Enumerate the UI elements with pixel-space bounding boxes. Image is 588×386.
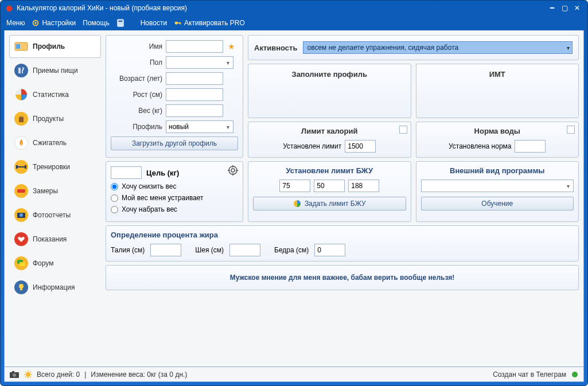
- sidebar-item-info[interactable]: Информация: [9, 276, 101, 299]
- svg-point-23: [231, 169, 235, 172]
- bju-b-input[interactable]: [279, 180, 310, 192]
- menu-activate[interactable]: Активировать PRO: [174, 19, 245, 27]
- svg-point-29: [572, 372, 578, 377]
- sidebar-item-profile[interactable]: Профиль: [9, 35, 101, 58]
- svg-point-2: [35, 22, 37, 24]
- bulb-icon: [14, 280, 28, 294]
- menu-help[interactable]: Помощь: [83, 19, 109, 27]
- training-button[interactable]: Обучение: [421, 197, 574, 210]
- goal-keep-radio[interactable]: Мой вес меня устраивает: [111, 194, 238, 202]
- svg-rect-11: [19, 117, 24, 122]
- name-input[interactable]: [166, 40, 223, 53]
- height-label: Рост (см): [111, 91, 162, 99]
- window-title: Калькулятор калорий ХиКи - новый (пробна…: [17, 4, 187, 12]
- waist-input[interactable]: [150, 244, 181, 256]
- profile-select[interactable]: новый: [166, 120, 233, 133]
- goal-title: Цель (кг): [146, 169, 179, 177]
- age-input[interactable]: [166, 72, 223, 85]
- sun-icon: [24, 371, 32, 379]
- cal-limit-checkbox[interactable]: [399, 126, 407, 134]
- height-input[interactable]: [166, 88, 223, 101]
- products-icon: [14, 112, 28, 126]
- load-profile-button[interactable]: Загрузить другой профиль: [111, 137, 238, 150]
- sidebar-item-measures[interactable]: Замеры: [9, 180, 101, 202]
- svg-rect-21: [20, 288, 22, 290]
- sidebar-item-stats[interactable]: Статистика: [9, 83, 101, 106]
- cal-limit-input[interactable]: [345, 140, 376, 153]
- svg-point-17: [20, 213, 23, 217]
- water-input[interactable]: [515, 140, 546, 153]
- weight-label: Вес (кг): [111, 107, 162, 115]
- profile-label: Профиль: [111, 123, 162, 131]
- gender-label: Пол: [111, 59, 162, 67]
- activity-select[interactable]: овсем не делаете упражнения, сидячая раб…: [303, 41, 573, 54]
- sidebar-item-forum[interactable]: Форум: [9, 252, 101, 275]
- sidebar-item-photos[interactable]: Фотоотчеты: [9, 204, 101, 227]
- hips-label: Бедра (см): [274, 246, 309, 254]
- svg-rect-27: [12, 371, 14, 373]
- gender-select[interactable]: [166, 56, 233, 69]
- svg-rect-12: [16, 165, 18, 169]
- status-days: Всего дней: 0: [37, 371, 80, 379]
- bju-u-input[interactable]: [348, 180, 379, 192]
- svg-rect-7: [180, 22, 181, 25]
- goal-gain-radio[interactable]: Хочу набрать вес: [111, 205, 238, 213]
- svg-rect-15: [17, 189, 25, 193]
- profile-icon: [14, 40, 28, 53]
- sidebar-item-burner[interactable]: Сжигатель: [9, 131, 101, 154]
- dumbbell-icon: [14, 160, 28, 174]
- app-icon: [5, 4, 13, 12]
- pie-icon: [293, 200, 301, 208]
- star-icon[interactable]: ★: [227, 42, 236, 51]
- bju-j-input[interactable]: [314, 180, 345, 192]
- svg-rect-4: [118, 21, 122, 22]
- menu-settings[interactable]: Настройки: [32, 19, 76, 27]
- sidebar-item-meals[interactable]: Приемы пищи: [9, 59, 101, 82]
- bmi-title: ИМТ: [489, 70, 505, 79]
- online-dot-icon: [571, 371, 579, 379]
- menu-news[interactable]: Новости: [141, 19, 167, 27]
- status-sep: |: [84, 371, 86, 379]
- activity-label: Активность: [254, 44, 297, 52]
- svg-point-20: [19, 284, 24, 288]
- svg-point-0: [6, 6, 13, 12]
- minimize-button[interactable]: ━: [546, 3, 558, 13]
- hips-input[interactable]: [314, 244, 345, 256]
- svg-rect-14: [18, 166, 25, 167]
- water-checkbox[interactable]: [567, 126, 575, 134]
- gear-icon: [32, 19, 40, 27]
- camera-status-icon[interactable]: [9, 371, 20, 379]
- neck-input[interactable]: [229, 244, 260, 256]
- quote: Мужское мнение для меня важнее, бабам ве…: [106, 265, 579, 290]
- appearance-title: Внешний вид программы: [421, 166, 574, 175]
- waist-label: Талия (см): [111, 246, 145, 254]
- age-label: Возраст (лет): [111, 75, 162, 83]
- appearance-select[interactable]: [421, 180, 574, 192]
- cal-limit-title: Лимит калорий: [253, 127, 406, 135]
- sidebar-item-readings[interactable]: Показания: [9, 228, 101, 251]
- goal-lose-radio[interactable]: Хочу снизить вес: [111, 182, 238, 190]
- status-weight: Изменение веса: 0кг (за 0 дн.): [91, 371, 187, 379]
- chat-icon: [14, 256, 28, 270]
- status-telegram[interactable]: Создан чат в Телеграм: [493, 371, 566, 379]
- fill-profile-title: Заполните профиль: [291, 70, 367, 79]
- svg-point-26: [13, 373, 16, 377]
- neck-label: Шея (см): [195, 246, 224, 254]
- sidebar: Профиль Приемы пищи Статистика Продукты …: [9, 35, 101, 362]
- bju-title: Установлен лимит БЖУ: [253, 166, 406, 175]
- target-icon: [228, 165, 238, 176]
- flame-icon: [14, 136, 28, 150]
- sidebar-item-products[interactable]: Продукты: [9, 107, 101, 130]
- bju-set-button[interactable]: Задать лимит БЖУ: [253, 197, 406, 210]
- meals-icon: [14, 64, 28, 77]
- maximize-button[interactable]: ▢: [559, 3, 570, 13]
- weight-input[interactable]: [166, 104, 223, 117]
- water-title: Норма воды: [421, 127, 574, 135]
- goal-input[interactable]: [111, 166, 142, 179]
- menu-calc[interactable]: [116, 19, 124, 27]
- svg-rect-19: [20, 262, 25, 266]
- svg-point-28: [26, 372, 30, 377]
- close-button[interactable]: ✕: [571, 3, 583, 13]
- sidebar-item-training[interactable]: Тренировки: [9, 155, 101, 178]
- menu-menu[interactable]: Меню: [6, 19, 25, 27]
